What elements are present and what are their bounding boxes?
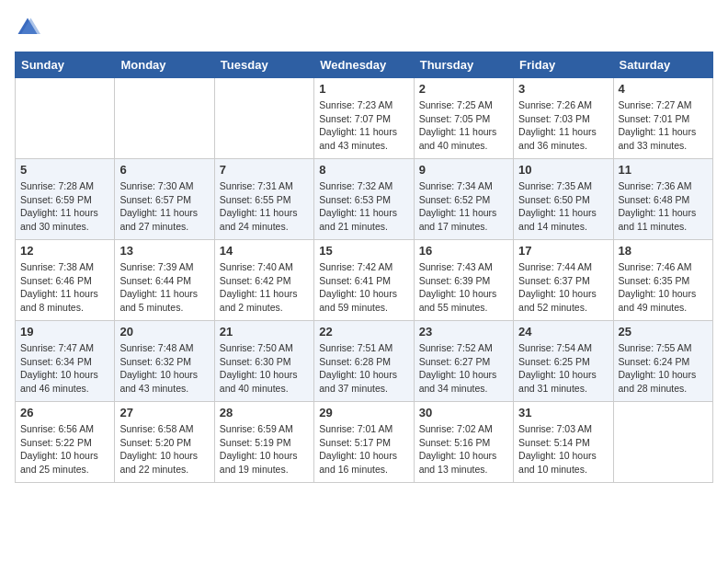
calendar-cell: 22Sunrise: 7:51 AM Sunset: 6:28 PM Dayli… (314, 321, 414, 402)
col-header-thursday: Thursday (414, 52, 513, 78)
day-info: Sunrise: 7:02 AM Sunset: 5:16 PM Dayligh… (419, 422, 508, 477)
day-info: Sunrise: 7:36 AM Sunset: 6:48 PM Dayligh… (619, 179, 708, 234)
day-number: 21 (220, 325, 309, 339)
calendar-cell: 13Sunrise: 7:39 AM Sunset: 6:44 PM Dayli… (115, 240, 214, 321)
page-header (15, 15, 713, 40)
calendar-cell (115, 78, 214, 159)
calendar-week-3: 12Sunrise: 7:38 AM Sunset: 6:46 PM Dayli… (16, 240, 713, 321)
day-number: 19 (20, 325, 109, 339)
logo-icon (15, 15, 40, 40)
calendar-cell: 12Sunrise: 7:38 AM Sunset: 6:46 PM Dayli… (16, 240, 115, 321)
day-info: Sunrise: 7:43 AM Sunset: 6:39 PM Dayligh… (419, 260, 508, 315)
day-info: Sunrise: 7:39 AM Sunset: 6:44 PM Dayligh… (119, 260, 209, 315)
day-info: Sunrise: 7:31 AM Sunset: 6:55 PM Dayligh… (220, 179, 309, 234)
calendar-week-1: 1Sunrise: 7:23 AM Sunset: 7:07 PM Daylig… (16, 78, 713, 159)
day-info: Sunrise: 7:44 AM Sunset: 6:37 PM Dayligh… (518, 260, 608, 315)
day-number: 26 (20, 406, 109, 419)
day-info: Sunrise: 7:54 AM Sunset: 6:25 PM Dayligh… (518, 341, 608, 396)
day-info: Sunrise: 7:03 AM Sunset: 5:14 PM Dayligh… (518, 422, 608, 477)
day-number: 4 (619, 82, 708, 96)
logo (15, 15, 44, 40)
col-header-monday: Monday (115, 52, 214, 78)
day-info: Sunrise: 7:26 AM Sunset: 7:03 PM Dayligh… (518, 98, 608, 153)
day-number: 28 (220, 406, 309, 419)
day-info: Sunrise: 7:34 AM Sunset: 6:52 PM Dayligh… (419, 179, 508, 234)
col-header-saturday: Saturday (613, 52, 712, 78)
calendar-cell: 11Sunrise: 7:36 AM Sunset: 6:48 PM Dayli… (613, 159, 712, 240)
day-number: 29 (319, 406, 408, 419)
calendar: SundayMondayTuesdayWednesdayThursdayFrid… (15, 52, 713, 483)
calendar-cell: 24Sunrise: 7:54 AM Sunset: 6:25 PM Dayli… (514, 321, 613, 402)
calendar-cell: 8Sunrise: 7:32 AM Sunset: 6:53 PM Daylig… (314, 159, 414, 240)
calendar-cell: 20Sunrise: 7:48 AM Sunset: 6:32 PM Dayli… (115, 321, 214, 402)
calendar-cell: 2Sunrise: 7:25 AM Sunset: 7:05 PM Daylig… (414, 78, 513, 159)
day-info: Sunrise: 7:42 AM Sunset: 6:41 PM Dayligh… (319, 260, 408, 315)
day-info: Sunrise: 7:23 AM Sunset: 7:07 PM Dayligh… (319, 98, 408, 153)
day-number: 2 (419, 82, 508, 96)
day-info: Sunrise: 7:38 AM Sunset: 6:46 PM Dayligh… (20, 260, 109, 315)
calendar-cell: 3Sunrise: 7:26 AM Sunset: 7:03 PM Daylig… (514, 78, 613, 159)
calendar-cell: 19Sunrise: 7:47 AM Sunset: 6:34 PM Dayli… (16, 321, 115, 402)
day-number: 25 (619, 325, 708, 339)
day-number: 22 (319, 325, 408, 339)
calendar-week-2: 5Sunrise: 7:28 AM Sunset: 6:59 PM Daylig… (16, 159, 713, 240)
day-info: Sunrise: 6:56 AM Sunset: 5:22 PM Dayligh… (20, 422, 109, 477)
day-info: Sunrise: 7:27 AM Sunset: 7:01 PM Dayligh… (619, 98, 708, 153)
calendar-cell: 5Sunrise: 7:28 AM Sunset: 6:59 PM Daylig… (16, 159, 115, 240)
day-info: Sunrise: 7:50 AM Sunset: 6:30 PM Dayligh… (220, 341, 309, 396)
day-info: Sunrise: 7:35 AM Sunset: 6:50 PM Dayligh… (518, 179, 608, 234)
day-number: 16 (419, 244, 508, 258)
day-number: 15 (319, 244, 408, 258)
day-info: Sunrise: 7:52 AM Sunset: 6:27 PM Dayligh… (419, 341, 508, 396)
day-number: 17 (518, 244, 608, 258)
day-number: 11 (619, 163, 708, 177)
calendar-cell (214, 78, 313, 159)
day-number: 3 (518, 82, 608, 96)
day-info: Sunrise: 7:40 AM Sunset: 6:42 PM Dayligh… (220, 260, 309, 315)
col-header-tuesday: Tuesday (214, 52, 313, 78)
calendar-cell: 14Sunrise: 7:40 AM Sunset: 6:42 PM Dayli… (214, 240, 313, 321)
calendar-cell: 29Sunrise: 7:01 AM Sunset: 5:17 PM Dayli… (314, 402, 414, 483)
day-info: Sunrise: 7:25 AM Sunset: 7:05 PM Dayligh… (419, 98, 508, 153)
calendar-cell (613, 402, 712, 483)
col-header-wednesday: Wednesday (314, 52, 414, 78)
day-number: 24 (518, 325, 608, 339)
calendar-cell: 26Sunrise: 6:56 AM Sunset: 5:22 PM Dayli… (16, 402, 115, 483)
calendar-cell: 4Sunrise: 7:27 AM Sunset: 7:01 PM Daylig… (613, 78, 712, 159)
calendar-cell: 10Sunrise: 7:35 AM Sunset: 6:50 PM Dayli… (514, 159, 613, 240)
calendar-cell: 17Sunrise: 7:44 AM Sunset: 6:37 PM Dayli… (514, 240, 613, 321)
calendar-cell (16, 78, 115, 159)
calendar-cell: 25Sunrise: 7:55 AM Sunset: 6:24 PM Dayli… (613, 321, 712, 402)
calendar-week-4: 19Sunrise: 7:47 AM Sunset: 6:34 PM Dayli… (16, 321, 713, 402)
calendar-cell: 9Sunrise: 7:34 AM Sunset: 6:52 PM Daylig… (414, 159, 513, 240)
calendar-cell: 1Sunrise: 7:23 AM Sunset: 7:07 PM Daylig… (314, 78, 414, 159)
day-number: 27 (119, 406, 209, 419)
day-info: Sunrise: 7:51 AM Sunset: 6:28 PM Dayligh… (319, 341, 408, 396)
calendar-cell: 7Sunrise: 7:31 AM Sunset: 6:55 PM Daylig… (214, 159, 313, 240)
day-number: 14 (220, 244, 309, 258)
calendar-header-row: SundayMondayTuesdayWednesdayThursdayFrid… (16, 52, 713, 78)
day-info: Sunrise: 7:55 AM Sunset: 6:24 PM Dayligh… (619, 341, 708, 396)
calendar-cell: 18Sunrise: 7:46 AM Sunset: 6:35 PM Dayli… (613, 240, 712, 321)
day-number: 23 (419, 325, 508, 339)
day-number: 12 (20, 244, 109, 258)
day-number: 5 (20, 163, 109, 177)
calendar-cell: 21Sunrise: 7:50 AM Sunset: 6:30 PM Dayli… (214, 321, 313, 402)
day-info: Sunrise: 7:32 AM Sunset: 6:53 PM Dayligh… (319, 179, 408, 234)
day-number: 10 (518, 163, 608, 177)
day-number: 1 (319, 82, 408, 96)
day-number: 9 (419, 163, 508, 177)
calendar-cell: 28Sunrise: 6:59 AM Sunset: 5:19 PM Dayli… (214, 402, 313, 483)
day-number: 13 (119, 244, 209, 258)
calendar-cell: 16Sunrise: 7:43 AM Sunset: 6:39 PM Dayli… (414, 240, 513, 321)
day-info: Sunrise: 7:28 AM Sunset: 6:59 PM Dayligh… (20, 179, 109, 234)
day-number: 30 (419, 406, 508, 419)
calendar-week-5: 26Sunrise: 6:56 AM Sunset: 5:22 PM Dayli… (16, 402, 713, 483)
day-number: 6 (119, 163, 209, 177)
day-info: Sunrise: 7:47 AM Sunset: 6:34 PM Dayligh… (20, 341, 109, 396)
day-info: Sunrise: 6:58 AM Sunset: 5:20 PM Dayligh… (119, 422, 209, 477)
day-info: Sunrise: 7:30 AM Sunset: 6:57 PM Dayligh… (119, 179, 209, 234)
calendar-cell: 15Sunrise: 7:42 AM Sunset: 6:41 PM Dayli… (314, 240, 414, 321)
day-info: Sunrise: 7:46 AM Sunset: 6:35 PM Dayligh… (619, 260, 708, 315)
day-info: Sunrise: 7:01 AM Sunset: 5:17 PM Dayligh… (319, 422, 408, 477)
